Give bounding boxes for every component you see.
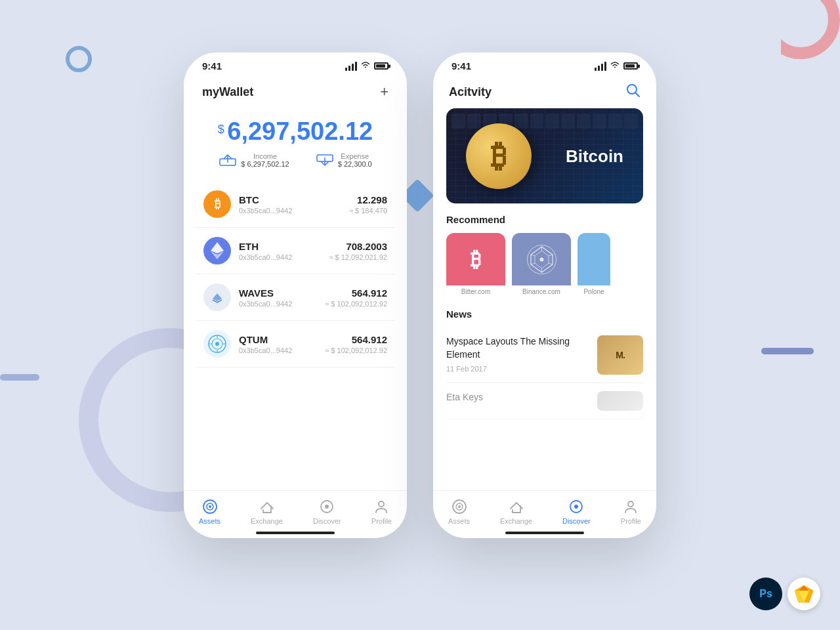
svg-point-18 (325, 505, 329, 509)
status-time-activity: 9:41 (452, 60, 471, 72)
income-label: Income (241, 152, 289, 160)
eth-addr: 0x3b5ca0...9442 (239, 253, 321, 261)
recommend-card-binance[interactable]: Binance.com (512, 233, 571, 298)
svg-point-31 (539, 257, 543, 261)
bitcoin-hero-label: Bitcoin (566, 146, 623, 166)
nav-exchange-activity[interactable]: Exchange (500, 499, 532, 525)
signal-bar-1 (345, 68, 347, 71)
qtum-info: QTUM 0x3b5ca0...9442 (239, 334, 317, 354)
wallet-bottom-nav: Assets Exchange Discover (184, 490, 407, 538)
recommend-card-polone[interactable]: Polone (578, 233, 610, 298)
news-thumb-1: M. (597, 335, 643, 375)
news-item-2[interactable]: Eta Keys (446, 383, 643, 419)
news-thumb-2 (597, 391, 643, 411)
news-info-1: Myspace Layouts The Missing Element 11 F… (446, 335, 589, 373)
nav-assets-activity[interactable]: Assets (448, 499, 470, 525)
coin-item-eth[interactable]: ETH 0x3b5ca0...9442 708.2003 ≈ $ 12,092,… (196, 228, 395, 274)
discover-label-wallet: Discover (313, 517, 341, 525)
news-item-1[interactable]: Myspace Layouts The Missing Element 11 F… (446, 327, 643, 383)
signal-bar-2 (348, 66, 350, 71)
recommend-card-bitcoin[interactable]: ₿ Bitter.com (446, 233, 505, 298)
eth-usd: ≈ $ 12,092,021.92 (329, 253, 387, 261)
coin-item-waves[interactable]: WAVES 0x3b5ca0...9442 564.912 ≈ $ 102,09… (196, 274, 395, 321)
qtum-icon (203, 330, 231, 358)
balance-section: $ 6,297,502.12 Income $ 6,297,502.12 (184, 111, 407, 181)
bg-decoration-bar-left (0, 374, 39, 381)
bg-decoration-circle-blue (66, 46, 92, 72)
btc-icon: ₿ (203, 190, 231, 218)
bitcoin-card-icon: ₿ (446, 233, 505, 285)
phones-wrapper: 9:41 (184, 52, 656, 538)
signal-bar-a4 (604, 62, 606, 71)
activity-header: Acitvity (433, 77, 656, 108)
coin-item-qtum[interactable]: QTUM 0x3b5ca0...9442 564.912 ≈ $ 102,092… (196, 321, 395, 368)
signal-bar-a3 (601, 64, 603, 71)
waves-info: WAVES 0x3b5ca0...9442 (239, 287, 317, 308)
wallet-phone: 9:41 (184, 52, 407, 538)
waves-icon (203, 284, 231, 311)
waves-addr: 0x3b5ca0...9442 (239, 300, 317, 308)
coin-list: ₿ BTC 0x3b5ca0...9442 12.298 ≈ $ 184,470 (184, 181, 407, 490)
balance-display: $ 6,297,502.12 (202, 117, 388, 146)
polone-card-icon (578, 233, 610, 285)
waves-usd: ≈ $ 102,092,012.92 (325, 300, 387, 308)
binance-card-name: Binance.com (512, 285, 571, 298)
add-wallet-button[interactable]: + (380, 83, 388, 100)
btc-addr: 0x3b5ca0...9442 (239, 207, 341, 215)
svg-point-36 (574, 505, 578, 509)
nav-exchange-wallet[interactable]: Exchange (251, 499, 283, 525)
nav-discover-wallet[interactable]: Discover (313, 499, 341, 525)
nav-discover-activity[interactable]: Discover (562, 499, 591, 525)
btc-amount: 12.298 (349, 194, 387, 205)
expense-value: $ 22,300.0 (338, 160, 372, 168)
battery-icon-activity (623, 62, 638, 70)
status-icons-wallet (345, 61, 388, 71)
recommend-row: ₿ Bitter.com (446, 233, 643, 298)
bitcoin-hero-bg: ₿ Bitcoin (446, 108, 643, 203)
svg-point-16 (209, 505, 211, 508)
bitcoin-card-name: Bitter.com (446, 285, 505, 298)
btc-info: BTC 0x3b5ca0...9442 (239, 194, 341, 215)
news-date-1: 11 Feb 2017 (446, 365, 589, 373)
bitcoin-hero-card[interactable]: ₿ Bitcoin (446, 108, 643, 203)
profile-icon-activity (623, 499, 639, 514)
coin-item-btc[interactable]: ₿ BTC 0x3b5ca0...9442 12.298 ≈ $ 184,470 (196, 181, 395, 228)
nav-assets-wallet[interactable]: Assets (199, 499, 220, 525)
wifi-icon-wallet (360, 61, 371, 71)
news-title-1: Myspace Layouts The Missing Element (446, 335, 589, 361)
exchange-icon-wallet (259, 499, 275, 514)
nav-profile-activity[interactable]: Profile (621, 499, 641, 525)
bg-decoration-bar-right (761, 348, 814, 354)
activity-title: Acitvity (449, 85, 492, 99)
eth-icon (203, 237, 231, 264)
exchange-label-wallet: Exchange (251, 517, 283, 525)
profile-icon-wallet (373, 499, 389, 514)
status-icons-activity (595, 61, 638, 71)
binance-card-icon (512, 233, 571, 285)
tool-icons: Ps (749, 578, 820, 610)
svg-line-29 (531, 263, 535, 264)
news-title-2: Eta Keys (446, 391, 589, 404)
signal-bars-wallet (345, 62, 357, 71)
status-bar-activity: 9:41 (433, 52, 656, 77)
assets-label-wallet: Assets (199, 517, 220, 525)
activity-phone: 9:41 (433, 52, 656, 538)
assets-icon-wallet (202, 499, 218, 514)
search-button[interactable] (626, 83, 640, 100)
nav-profile-wallet[interactable]: Profile (371, 499, 392, 525)
qtum-name: QTUM (239, 334, 317, 345)
news-info-2: Eta Keys (446, 391, 589, 408)
exchange-icon-activity (509, 499, 524, 514)
wallet-title: myWallet (202, 85, 253, 99)
discover-label-activity: Discover (562, 517, 591, 525)
bitcoin-coin: ₿ (466, 123, 532, 189)
battery-fill-wallet (376, 64, 385, 68)
discover-icon-wallet (319, 499, 335, 514)
eth-name: ETH (239, 241, 321, 252)
home-indicator-wallet (256, 532, 335, 534)
svg-point-19 (379, 501, 384, 507)
status-time-wallet: 9:41 (202, 60, 222, 72)
profile-label-activity: Profile (621, 517, 641, 525)
income-item: Income $ 6,297,502.12 (219, 152, 289, 168)
svg-marker-4 (211, 242, 224, 253)
